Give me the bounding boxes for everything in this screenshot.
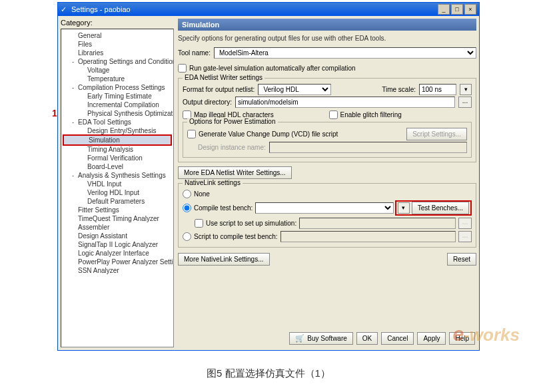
outdir-browse[interactable]: ... <box>458 97 472 108</box>
tree-item[interactable]: Voltage <box>63 66 172 75</box>
glitch-label: Enable glitch filtering <box>340 111 402 118</box>
nativelink-group: NativeLink settings None Compile test be… <box>178 183 476 248</box>
tree-item[interactable]: Incremental Compilation <box>63 100 172 109</box>
tree-item[interactable]: Assembler <box>63 223 172 232</box>
tree-item[interactable]: Temperature <box>63 75 172 83</box>
ok-button[interactable]: OK <box>356 332 378 345</box>
run-gate-label: Run gate-level simulation automatically … <box>189 65 356 72</box>
tree-item[interactable]: Design Assistant <box>63 232 172 240</box>
tree-item[interactable]: Formal Verification <box>63 154 172 162</box>
test-benches-button[interactable]: Test Benches... <box>412 202 469 214</box>
tree-item[interactable]: Physical Synthesis Optimizations <box>63 109 172 118</box>
reset-button[interactable]: Reset <box>447 253 476 266</box>
eda-netlist-group: EDA Netlist Writer settings Format for o… <box>178 78 476 162</box>
script-compile-input <box>280 231 456 242</box>
tree-item[interactable]: -Compilation Process Settings <box>63 83 172 92</box>
tree-item[interactable]: PowerPlay Power Analyzer Settings <box>63 258 172 266</box>
tree-item[interactable]: Libraries <box>63 49 172 57</box>
format-label: Format for output netlist: <box>183 86 255 93</box>
panel-description: Specify options for generating output fi… <box>178 33 476 43</box>
help-button[interactable]: Help <box>449 332 475 345</box>
compile-tb-select[interactable] <box>255 202 393 214</box>
category-tree[interactable]: GeneralFilesLibraries-Operating Settings… <box>61 29 174 347</box>
timescale-label: Time scale: <box>382 86 416 93</box>
script-compile-radio[interactable] <box>183 232 191 241</box>
outdir-input[interactable] <box>235 97 455 108</box>
power-group-title: Options for Power Estimation <box>187 118 278 125</box>
script-settings-button: Script Settings... <box>406 128 467 140</box>
more-native-button[interactable]: More NativeLink Settings... <box>178 253 270 266</box>
figure-caption: 图5 配置选择仿真文件（1） <box>0 367 537 380</box>
panel-title: Simulation <box>178 19 476 31</box>
tree-item[interactable]: -Analysis & Synthesis Settings <box>63 171 172 180</box>
use-script-checkbox[interactable] <box>195 219 203 228</box>
close-button[interactable]: × <box>464 4 476 15</box>
tree-item[interactable]: VHDL Input <box>63 180 172 188</box>
use-script-input <box>299 218 456 229</box>
apply-button[interactable]: Apply <box>417 332 446 345</box>
tree-item[interactable]: Fitter Settings <box>63 206 172 214</box>
tree-item[interactable]: Default Parameters <box>63 197 172 206</box>
nativelink-title: NativeLink settings <box>183 179 243 186</box>
tree-item[interactable]: -Operating Settings and Conditions <box>63 57 172 66</box>
compile-tb-label: Compile test bench: <box>194 204 253 212</box>
timescale-input[interactable] <box>419 84 456 95</box>
glitch-checkbox[interactable] <box>329 110 338 119</box>
category-label: Category: <box>61 19 174 27</box>
outdir-label: Output directory: <box>183 98 232 106</box>
window-title: Settings - paobiao <box>71 5 131 13</box>
more-eda-button[interactable]: More EDA Netlist Writer Settings... <box>178 166 292 179</box>
cart-icon: 🛒 <box>295 334 304 343</box>
app-icon: ✓ <box>61 5 69 13</box>
tree-item[interactable]: Board-Level <box>63 162 172 171</box>
design-instance-input <box>269 142 467 153</box>
minimize-button[interactable]: _ <box>438 4 450 15</box>
titlebar[interactable]: ✓ Settings - paobiao _ □ × <box>58 3 479 16</box>
compile-tb-dropdown[interactable]: ▾ <box>398 202 410 214</box>
tree-item[interactable]: General <box>63 31 172 40</box>
none-label: None <box>194 190 210 198</box>
tool-name-label: Tool name: <box>178 49 211 57</box>
script-compile-browse: ... <box>458 231 472 242</box>
compile-tb-radio[interactable] <box>183 204 191 212</box>
vcd-label: Generate Value Change Dump (VCD) file sc… <box>199 130 338 138</box>
settings-window: ✓ Settings - paobiao _ □ × Category: Gen… <box>57 2 480 351</box>
tool-name-select[interactable]: ModelSim-Altera <box>214 47 476 59</box>
tree-item[interactable]: Verilog HDL Input <box>63 188 172 197</box>
tree-item[interactable]: Early Timing Estimate <box>63 92 172 100</box>
timescale-dropdown[interactable]: ▾ <box>460 84 472 95</box>
run-gate-checkbox[interactable] <box>178 64 187 73</box>
cancel-button[interactable]: Cancel <box>381 332 414 345</box>
tree-item[interactable]: Simulation <box>63 134 172 146</box>
use-script-label: Use script to set up simulation: <box>206 220 296 227</box>
eda-group-title: EDA Netlist Writer settings <box>183 74 265 81</box>
vcd-checkbox[interactable] <box>187 130 196 138</box>
tree-item[interactable]: SignalTap II Logic Analyzer <box>63 240 172 249</box>
tree-item[interactable]: Logic Analyzer Interface <box>63 249 172 258</box>
tree-item[interactable]: TimeQuest Timing Analyzer <box>63 214 172 223</box>
format-select[interactable]: Verilog HDL <box>258 84 331 95</box>
tree-item[interactable]: -EDA Tool Settings <box>63 118 172 126</box>
use-script-browse: ... <box>458 218 472 229</box>
tree-item[interactable]: SSN Analyzer <box>63 266 172 275</box>
none-radio[interactable] <box>183 190 191 198</box>
maximize-button[interactable]: □ <box>451 4 463 15</box>
design-instance-label: Design instance name: <box>187 144 266 151</box>
power-group: Options for Power Estimation Generate Va… <box>183 122 472 158</box>
tree-item[interactable]: Timing Analysis <box>63 145 172 154</box>
script-compile-label: Script to compile test bench: <box>194 233 278 240</box>
tree-item[interactable]: Files <box>63 40 172 49</box>
buy-button[interactable]: 🛒Buy Software <box>289 332 352 345</box>
